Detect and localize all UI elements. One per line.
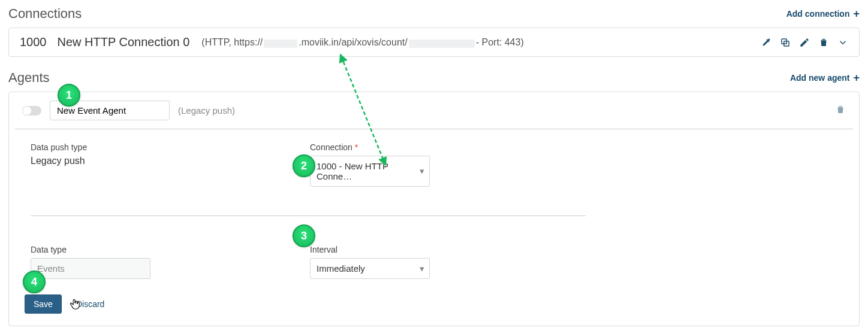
connection-label: Connection * [310,142,586,152]
pencil-icon[interactable] [799,37,810,48]
add-agent-label: Add new agent [790,73,850,83]
connections-title: Connections [8,6,82,22]
plus-icon: + [853,75,860,81]
interval-select[interactable]: Immediately ▾ [310,258,430,279]
chevron-down-icon: ▾ [420,166,424,177]
connection-field: Connection * 1000 - New HTTP Conne… ▾ [310,142,586,187]
required-asterisk: * [355,142,358,152]
agent-card: (Legacy push) Data push type Legacy push… [8,92,860,326]
agent-button-row: Save Discard [9,279,859,326]
agent-form: Data push type Legacy push Connection * … [31,142,837,279]
data-type-label: Data type [31,245,306,254]
chevron-down-icon[interactable] [837,37,848,48]
data-type-select[interactable]: Events [31,258,150,279]
data-push-type-label: Data push type [31,142,306,152]
interval-label: Interval [310,245,586,254]
cursor-pointer-icon [68,297,82,314]
data-push-type-field: Data push type Legacy push [31,142,306,166]
trash-icon[interactable] [818,37,829,48]
plus-icon: + [853,11,860,17]
add-connection-button[interactable]: Add connection + [786,9,860,19]
annotation-marker-1: 1 [58,84,80,107]
data-push-type-value: Legacy push [31,156,306,166]
connection-card: 1000 New HTTP Connection 0 (HTTP, https:… [8,28,860,57]
annotation-marker-3: 3 [293,224,315,247]
agents-title: Agents [8,70,50,86]
connection-detail: (HTTP, https:// .moviik.in/api/xovis/cou… [201,37,523,48]
copy-icon[interactable] [780,37,791,48]
redacted-host [264,40,297,48]
connection-select[interactable]: 1000 - New HTTP Conne… ▾ [310,156,430,187]
agents-header: Agents Add new agent + [8,70,860,86]
agent-header-row: (Legacy push) [9,92,859,129]
connection-actions [761,37,848,48]
connection-row: 1000 New HTTP Connection 0 (HTTP, https:… [9,28,859,56]
form-divider [31,215,586,216]
connections-header: Connections Add connection + [8,6,860,22]
eyedropper-icon[interactable] [761,37,771,48]
connection-id: 1000 [20,35,47,49]
annotation-marker-4: 4 [23,271,46,293]
interval-field: Interval Immediately ▾ [310,245,586,279]
annotation-marker-2: 2 [293,154,315,177]
agent-legacy-note: (Legacy push) [178,105,235,116]
page-root: Connections Add connection + 1000 New HT… [8,6,860,326]
add-connection-label: Add connection [786,9,850,19]
data-type-field: Data type Events [31,245,306,279]
redacted-path [409,40,475,48]
save-button[interactable]: Save [25,294,62,314]
agent-body: Data push type Legacy push Connection * … [15,129,853,279]
add-agent-button[interactable]: Add new agent + [790,73,860,83]
trash-icon[interactable] [835,104,846,117]
agent-enable-toggle[interactable] [22,106,41,116]
connection-name: New HTTP Connection 0 [58,35,190,49]
chevron-down-icon: ▾ [420,263,424,274]
